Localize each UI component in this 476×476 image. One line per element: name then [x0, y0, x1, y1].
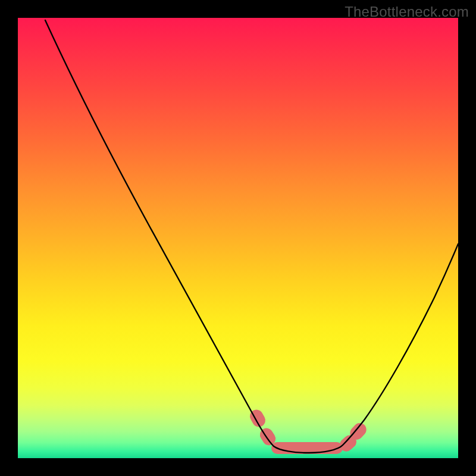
bottleneck-curve — [18, 18, 458, 458]
curve-path — [45, 20, 458, 453]
plot-area — [18, 18, 458, 458]
watermark-text: TheBottleneck.com — [345, 4, 469, 20]
